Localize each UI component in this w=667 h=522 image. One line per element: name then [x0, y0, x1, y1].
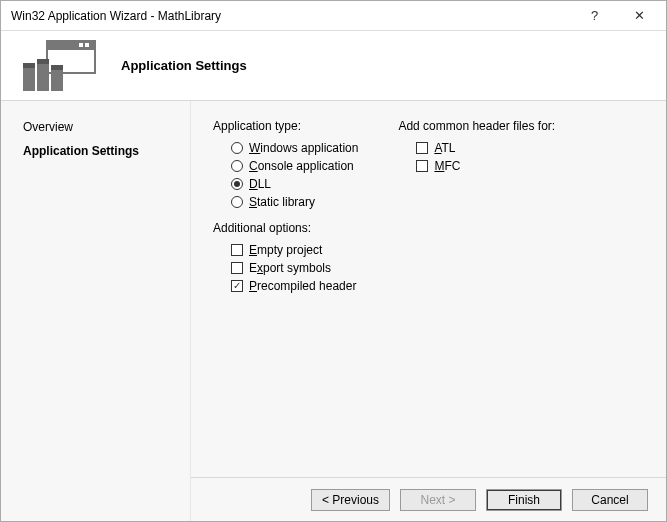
application-type-label: Application type: [213, 119, 358, 133]
close-button[interactable]: ✕ [617, 2, 662, 30]
sidebar-item-application-settings[interactable]: Application Settings [1, 139, 190, 163]
svg-rect-2 [79, 43, 83, 47]
radio-icon [231, 142, 243, 154]
radio-label: Console application [249, 159, 354, 173]
checkbox-label: MFC [434, 159, 460, 173]
checkbox-precompiled-header[interactable]: Precompiled header [213, 277, 358, 295]
radio-icon [231, 178, 243, 190]
window-title: Win32 Application Wizard - MathLibrary [11, 9, 572, 23]
checkbox-icon [416, 160, 428, 172]
wizard-window: Win32 Application Wizard - MathLibrary ?… [0, 0, 667, 522]
left-column: Application type: Windows application Co… [213, 115, 358, 463]
sidebar-item-label: Overview [23, 120, 73, 134]
radio-label: DLL [249, 177, 271, 191]
sidebar-item-label: Application Settings [23, 144, 139, 158]
right-column: Add common header files for: ATL MFC [398, 115, 555, 463]
radio-label: Windows application [249, 141, 358, 155]
svg-rect-5 [23, 63, 35, 68]
radio-icon [231, 196, 243, 208]
next-button[interactable]: Next > [400, 489, 476, 511]
radio-dll[interactable]: DLL [213, 175, 358, 193]
checkbox-label: Empty project [249, 243, 322, 257]
common-headers-label: Add common header files for: [398, 119, 555, 133]
checkbox-export-symbols[interactable]: Export symbols [213, 259, 358, 277]
content-inner: Application type: Windows application Co… [191, 101, 666, 477]
previous-button[interactable]: < Previous [311, 489, 390, 511]
checkbox-mfc[interactable]: MFC [398, 157, 555, 175]
checkbox-icon [231, 262, 243, 274]
help-button[interactable]: ? [572, 2, 617, 30]
svg-rect-9 [51, 65, 63, 70]
radio-console-application[interactable]: Console application [213, 157, 358, 175]
page-title: Application Settings [121, 58, 247, 73]
sidebar: Overview Application Settings [1, 101, 191, 521]
radio-label: Static library [249, 195, 315, 209]
body: Overview Application Settings Applicatio… [1, 101, 666, 521]
content: Application type: Windows application Co… [191, 101, 666, 521]
finish-button[interactable]: Finish [486, 489, 562, 511]
checkbox-icon [231, 244, 243, 256]
checkbox-icon [416, 142, 428, 154]
checkbox-label: Precompiled header [249, 279, 356, 293]
wizard-icon [19, 39, 97, 93]
cancel-button[interactable]: Cancel [572, 489, 648, 511]
footer: < Previous Next > Finish Cancel [191, 477, 666, 521]
checkbox-label: ATL [434, 141, 455, 155]
svg-rect-7 [37, 59, 49, 64]
titlebar: Win32 Application Wizard - MathLibrary ?… [1, 1, 666, 31]
sidebar-item-overview[interactable]: Overview [1, 115, 190, 139]
radio-static-library[interactable]: Static library [213, 193, 358, 211]
radio-windows-application[interactable]: Windows application [213, 139, 358, 157]
svg-rect-3 [85, 43, 89, 47]
additional-options-label: Additional options: [213, 221, 358, 235]
checkbox-atl[interactable]: ATL [398, 139, 555, 157]
header: Application Settings [1, 31, 666, 101]
checkbox-label: Export symbols [249, 261, 331, 275]
radio-icon [231, 160, 243, 172]
checkbox-empty-project[interactable]: Empty project [213, 241, 358, 259]
checkbox-icon [231, 280, 243, 292]
